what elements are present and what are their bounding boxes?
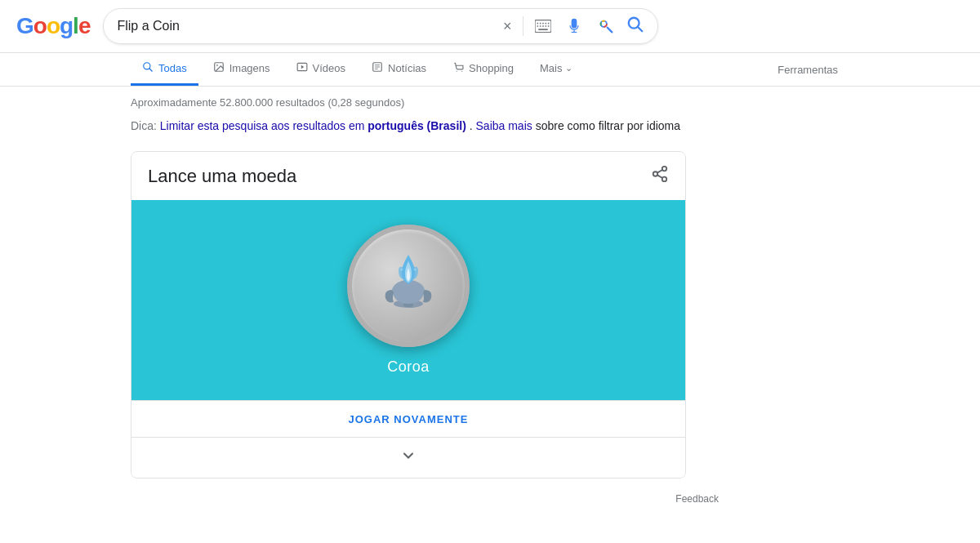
svg-rect-3 [543, 23, 545, 24]
tab-imagens[interactable]: Imagens [202, 53, 282, 86]
divider [523, 16, 523, 36]
tab-videos-label: Vídeos [313, 62, 345, 74]
main-content: Aproximadamente 52.800.000 resultados (0… [0, 87, 980, 488]
coin-area[interactable]: Coroa [131, 200, 685, 400]
lens-icon [597, 17, 615, 35]
dica-separator: . [470, 119, 476, 132]
mais-chevron-icon: ⌄ [565, 63, 572, 73]
svg-point-40 [401, 269, 403, 271]
widget-header: Lance uma moeda [131, 152, 685, 200]
tab-mais-label: Mais [540, 62, 562, 74]
nav-tabs: Todas Imagens Vídeos Notícias Shopping M… [0, 53, 980, 87]
tab-todas-label: Todas [158, 62, 187, 74]
keyboard-button[interactable] [532, 16, 555, 36]
svg-rect-6 [537, 25, 539, 27]
logo-g2: g [60, 13, 73, 39]
dica-language-link[interactable]: português (Brasil) [368, 119, 466, 132]
dica-label: Dica: [131, 119, 157, 132]
keyboard-icon [535, 20, 551, 33]
dica-bar: Dica: Limitar esta pesquisa aos resultad… [131, 117, 849, 135]
logo-g: G [16, 13, 33, 39]
shopping-icon [452, 61, 464, 75]
feedback-bar: Feedback [0, 488, 735, 510]
chevron-down-icon [400, 447, 416, 464]
expand-button[interactable] [400, 447, 416, 468]
svg-rect-9 [546, 25, 547, 27]
results-count: Aproximadamente 52.800.000 resultados (0… [131, 96, 849, 109]
search-submit-icon [626, 16, 644, 33]
todas-icon [142, 61, 154, 75]
coin-result-label: Coroa [387, 358, 430, 376]
svg-point-24 [216, 65, 218, 66]
dica-limit-link[interactable]: Limitar esta pesquisa aos resultados em [160, 119, 365, 132]
svg-rect-5 [548, 23, 550, 24]
logo-o2: o [47, 13, 60, 39]
feedback-link[interactable]: Feedback [675, 493, 719, 505]
svg-rect-2 [540, 23, 541, 24]
svg-rect-11 [539, 29, 549, 30]
logo-l: l [73, 13, 78, 39]
tab-videos[interactable]: Vídeos [285, 53, 357, 86]
search-bar-icons: × [500, 14, 645, 38]
tab-ferramentas[interactable]: Ferramentas [766, 56, 849, 84]
tab-shopping-label: Shopping [469, 62, 514, 74]
tab-noticias[interactable]: Notícias [360, 53, 438, 86]
expand-row [131, 437, 685, 478]
videos-icon [296, 61, 308, 75]
tab-todas[interactable]: Todas [131, 53, 198, 86]
svg-line-36 [657, 176, 662, 179]
noticias-icon [372, 61, 383, 75]
widget-title: Lance uma moeda [148, 166, 296, 187]
clear-button[interactable]: × [500, 15, 515, 38]
tab-imagens-label: Imagens [229, 62, 270, 74]
svg-point-33 [662, 167, 667, 171]
google-logo[interactable]: G o o g l e [16, 13, 90, 39]
logo-e: e [78, 13, 91, 39]
microphone-icon [566, 18, 582, 34]
svg-rect-4 [546, 23, 547, 24]
share-button[interactable] [651, 165, 669, 187]
search-submit-button[interactable] [626, 16, 644, 38]
imagens-icon [213, 61, 225, 75]
dica-rest: sobre como filtrar por idioma [536, 119, 680, 132]
svg-rect-1 [537, 23, 539, 24]
svg-point-32 [461, 71, 462, 72]
saiba-mais-link[interactable]: Saiba mais [476, 119, 532, 132]
svg-point-31 [457, 71, 457, 72]
logo-o1: o [33, 13, 47, 39]
header: G o o g l e × [0, 0, 980, 53]
coin-flip-widget: Lance uma moeda [131, 151, 686, 478]
svg-line-20 [638, 26, 643, 31]
tab-noticias-label: Notícias [388, 62, 426, 74]
svg-line-37 [657, 170, 662, 173]
svg-rect-7 [540, 25, 541, 27]
coin-design-svg [368, 245, 449, 327]
svg-rect-10 [548, 25, 550, 27]
svg-point-35 [662, 177, 667, 182]
svg-line-18 [608, 28, 612, 33]
svg-line-22 [149, 69, 153, 72]
close-icon: × [503, 18, 512, 35]
svg-marker-26 [301, 65, 304, 69]
jogar-row: JOGAR NOVAMENTE [131, 400, 685, 437]
svg-point-41 [414, 269, 416, 271]
lens-button[interactable] [594, 14, 618, 38]
jogar-novamente-button[interactable]: JOGAR NOVAMENTE [349, 413, 469, 425]
search-input[interactable] [117, 19, 489, 33]
tab-shopping[interactable]: Shopping [441, 53, 525, 86]
microphone-button[interactable] [563, 15, 586, 38]
share-icon [651, 165, 669, 183]
svg-rect-8 [543, 25, 545, 27]
tab-mais[interactable]: Mais ⌄ [528, 54, 584, 85]
svg-point-34 [653, 172, 658, 177]
coin[interactable] [347, 225, 470, 347]
search-bar: × [103, 8, 658, 44]
